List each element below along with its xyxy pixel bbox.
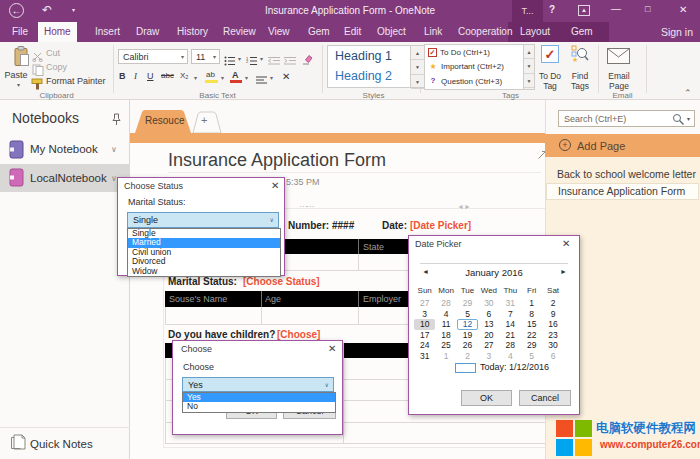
ribbon-tab-gem-2[interactable]: Gem (565, 22, 599, 42)
calendar-day[interactable]: 29 (521, 340, 542, 351)
quick-notes-item[interactable]: Quick Notes (0, 430, 130, 454)
calendar-day[interactable]: 15 (521, 319, 542, 330)
ribbon-tab-review[interactable]: Review (217, 22, 262, 42)
cancel-button[interactable]: Cancel (519, 390, 571, 406)
dropdown-option[interactable]: Married (128, 238, 280, 247)
style-heading-1[interactable]: Heading 1 (328, 46, 410, 66)
sign-in-link[interactable]: Sign in (661, 22, 693, 42)
calendar-day[interactable]: 19 (457, 330, 478, 341)
tag-item[interactable]: ★Important (Ctrl+2) (425, 60, 523, 75)
bullets-icon[interactable] (224, 52, 236, 70)
calendar-day[interactable]: 1 (521, 298, 542, 309)
calendar-day[interactable]: 24 (414, 340, 435, 351)
close-button[interactable]: ✕ (679, 4, 687, 15)
numbering-dropdown-arrow[interactable]: ▾ (260, 55, 263, 62)
today-checkbox[interactable] (455, 363, 476, 373)
calendar-day[interactable]: 31 (500, 298, 521, 309)
collapse-ribbon-icon[interactable]: ⌃ (684, 88, 692, 98)
close-icon[interactable]: ✕ (328, 343, 336, 354)
calendar-day[interactable]: 7 (500, 309, 521, 320)
todo-tag-icon[interactable]: ✓ (541, 45, 559, 63)
close-icon[interactable]: ✕ (562, 238, 570, 249)
chevron-down-icon[interactable]: ∨ (111, 145, 117, 154)
sidebar-item-my-notebook[interactable]: My Notebook ∨ (0, 136, 130, 163)
email-page-button[interactable]: Email Page (603, 72, 635, 91)
dropdown-option[interactable]: Widow (128, 267, 280, 276)
choose-combobox[interactable]: Yes∨ (182, 377, 334, 392)
marital-status-combobox[interactable]: Single∨ (127, 212, 279, 228)
calendar-day[interactable]: 27 (478, 340, 499, 351)
paste-icon[interactable] (12, 46, 30, 71)
search-scope-arrow[interactable]: ▾ (687, 115, 690, 122)
ribbon-tab-layout[interactable]: Layout (514, 22, 556, 42)
copy-button[interactable]: Copy (46, 62, 67, 72)
calendar-day[interactable]: 12 (457, 319, 478, 330)
email-page-icon[interactable] (607, 48, 630, 68)
close-icon[interactable]: ✕ (271, 180, 279, 191)
find-tags-button[interactable]: Find Tags (566, 72, 594, 91)
calendar-day[interactable]: 8 (521, 309, 542, 320)
page-list-item[interactable]: Back to school welcome letter (545, 166, 700, 183)
calendar-day[interactable]: 26 (457, 340, 478, 351)
tag-item[interactable]: ✓To Do (Ctrl+1) (425, 45, 523, 60)
calendar-day[interactable]: 9 (542, 309, 563, 320)
choose-status-link[interactable]: [Choose Status] (243, 276, 320, 287)
sidebar-item-localnotebook[interactable]: LocalNotebook ∨ (0, 164, 130, 192)
ribbon-tab-file[interactable]: File (6, 22, 34, 42)
date-picker-link[interactable]: [Date Picker] (410, 220, 471, 231)
ribbon-tab-home[interactable]: Home (38, 22, 77, 42)
next-month-icon[interactable]: ► (560, 268, 567, 275)
calendar-day[interactable]: 30 (542, 340, 563, 351)
bullets-dropdown-arrow[interactable]: ▾ (238, 55, 241, 62)
dropdown-option[interactable]: Divorced (128, 257, 280, 266)
calendar-day[interactable]: 29 (457, 298, 478, 309)
style-heading-2[interactable]: Heading 2 (328, 66, 410, 86)
cut-button[interactable]: Cut (46, 48, 60, 58)
italic-button[interactable]: I (134, 71, 137, 81)
chevron-down-icon[interactable]: ∨ (111, 174, 117, 183)
strikethrough-button[interactable]: abc (161, 71, 174, 80)
scroll-up-icon[interactable]: ▲ (411, 46, 424, 60)
calendar-day[interactable]: 6 (478, 309, 499, 320)
ok-button[interactable]: OK (461, 390, 512, 406)
bold-button[interactable]: B (119, 71, 126, 81)
calendar-day[interactable]: 28 (500, 340, 521, 351)
font-color-dropdown-arrow[interactable]: ▾ (245, 74, 248, 81)
maximize-button[interactable]: □ (645, 4, 650, 14)
numbering-icon[interactable]: 12 (246, 52, 258, 70)
dropdown-option[interactable]: Single (128, 229, 280, 238)
calendar-day[interactable]: 6 (542, 351, 563, 362)
calendar-day[interactable]: 20 (478, 330, 499, 341)
highlight-button[interactable]: ab (206, 70, 215, 79)
page-title[interactable]: Insurance Application Form (168, 150, 386, 171)
paragraph-dropdown-arrow[interactable]: ▾ (270, 74, 273, 81)
subscript-dropdown-arrow[interactable]: ▾ (194, 74, 197, 81)
calendar-day[interactable]: 5 (521, 351, 542, 362)
calendar-day[interactable]: 3 (414, 309, 435, 320)
scroll-up-icon[interactable]: ▲ (524, 45, 534, 59)
font-color-button[interactable]: A (232, 70, 239, 80)
calendar-day[interactable]: 5 (457, 309, 478, 320)
paste-button[interactable]: Paste (0, 70, 32, 80)
today-label[interactable]: Today: 1/12/2016 (480, 362, 549, 372)
calendar-day[interactable]: 22 (521, 330, 542, 341)
tag-item[interactable]: ?Question (Ctrl+3) (425, 74, 523, 89)
calendar-day[interactable]: 27 (414, 298, 435, 309)
subscript-button[interactable]: X₂ (180, 71, 188, 80)
calendar-day[interactable]: 17 (414, 330, 435, 341)
ribbon-tab-link[interactable]: Link (418, 22, 448, 42)
calendar-day[interactable]: 1 (435, 351, 456, 362)
find-tags-icon[interactable]: ★ (571, 45, 589, 67)
ribbon-tab-object[interactable]: Object (371, 22, 412, 42)
calendar-day[interactable]: 31 (414, 351, 435, 362)
calendar-day[interactable]: 16 (542, 319, 563, 330)
styles-scroll[interactable]: ▲▼▼ (411, 45, 425, 88)
dropdown-option[interactable]: Civil union (128, 248, 280, 257)
calendar-day[interactable]: 21 (500, 330, 521, 341)
new-section-tab[interactable]: + (201, 114, 207, 126)
outline-resize-icon[interactable]: ◄► (457, 203, 471, 210)
choose-link[interactable]: [Choose] (277, 329, 320, 340)
scroll-down-icon[interactable]: ▼ (411, 60, 424, 74)
calendar-day[interactable]: 3 (478, 351, 499, 362)
dropdown-option[interactable]: Yes (183, 393, 335, 402)
